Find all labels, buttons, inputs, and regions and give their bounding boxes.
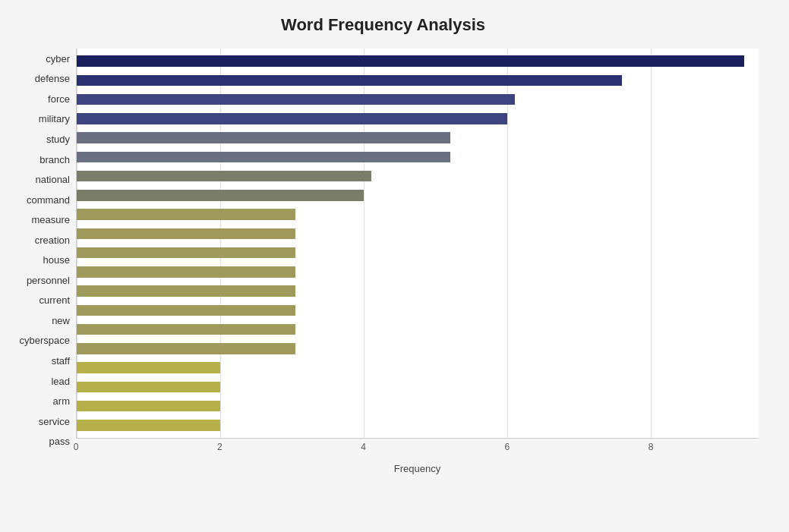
bar-row bbox=[77, 377, 759, 396]
bar-row bbox=[77, 263, 759, 282]
bar-row bbox=[77, 301, 759, 320]
y-label: national bbox=[35, 175, 70, 184]
bar-row bbox=[77, 244, 759, 263]
bar-row bbox=[77, 71, 759, 90]
y-label: staff bbox=[52, 356, 70, 366]
bar-row bbox=[77, 147, 759, 166]
y-label: new bbox=[52, 316, 70, 326]
bar-row bbox=[77, 128, 759, 147]
bar bbox=[77, 285, 295, 296]
chart-area: cyberdefenseforcemilitarystudybranchnati… bbox=[8, 49, 759, 474]
bars-wrapper bbox=[77, 49, 759, 438]
y-axis: cyberdefenseforcemilitarystudybranchnati… bbox=[8, 49, 76, 474]
y-label: personnel bbox=[27, 275, 70, 285]
bar bbox=[77, 362, 220, 373]
bar bbox=[77, 132, 450, 143]
bar bbox=[77, 382, 220, 392]
bar-row bbox=[77, 358, 759, 377]
y-label: defense bbox=[35, 74, 70, 83]
bar bbox=[77, 209, 295, 219]
y-label: creation bbox=[35, 235, 70, 245]
bar-row bbox=[77, 282, 759, 301]
x-tick: 0 bbox=[74, 442, 79, 452]
bar bbox=[77, 55, 744, 66]
y-label: current bbox=[39, 295, 70, 305]
bar bbox=[77, 152, 450, 162]
bar bbox=[77, 401, 220, 411]
bar bbox=[77, 266, 295, 277]
y-label: lead bbox=[51, 376, 70, 386]
chart-container: Word Frequency Analysis cyberdefenseforc… bbox=[0, 0, 789, 532]
bar-row bbox=[77, 320, 759, 339]
y-label: cyberspace bbox=[20, 335, 70, 345]
bars-and-x: 02468 Frequency bbox=[76, 49, 759, 474]
bar-row bbox=[77, 167, 759, 186]
bar bbox=[77, 94, 515, 105]
x-tick: 4 bbox=[361, 442, 366, 452]
x-axis: 02468 bbox=[76, 439, 759, 461]
bar-row bbox=[77, 416, 759, 435]
y-label: command bbox=[27, 195, 70, 205]
y-label: force bbox=[48, 94, 70, 104]
bar-row bbox=[77, 339, 759, 358]
y-label: pass bbox=[49, 436, 70, 446]
x-tick: 6 bbox=[504, 442, 510, 452]
bar bbox=[77, 305, 295, 316]
bar bbox=[77, 113, 507, 124]
bar bbox=[77, 343, 295, 354]
bar-row bbox=[77, 186, 759, 205]
y-label: service bbox=[39, 417, 70, 427]
bar-row bbox=[77, 109, 759, 128]
y-label: branch bbox=[39, 155, 70, 165]
bar bbox=[77, 190, 364, 200]
x-tick: 8 bbox=[649, 442, 654, 452]
bar-row bbox=[77, 397, 759, 416]
x-axis-label: Frequency bbox=[76, 463, 759, 474]
y-label: cyber bbox=[46, 54, 70, 64]
bar-row bbox=[77, 205, 759, 224]
bar-row bbox=[77, 90, 759, 109]
bar bbox=[77, 75, 622, 86]
chart-title: Word Frequency Analysis bbox=[8, 15, 759, 35]
bar bbox=[77, 171, 371, 181]
y-label: military bbox=[39, 114, 70, 124]
y-label: house bbox=[43, 255, 70, 265]
bar bbox=[77, 420, 220, 430]
bar bbox=[77, 324, 295, 335]
bar-row bbox=[77, 224, 759, 243]
bar bbox=[77, 247, 295, 258]
y-label: study bbox=[46, 134, 70, 144]
bar-row bbox=[77, 52, 759, 71]
x-tick: 2 bbox=[217, 442, 222, 452]
y-label: arm bbox=[53, 396, 70, 406]
bars-area bbox=[76, 49, 759, 439]
y-label: measure bbox=[31, 215, 70, 225]
bar bbox=[77, 228, 295, 239]
